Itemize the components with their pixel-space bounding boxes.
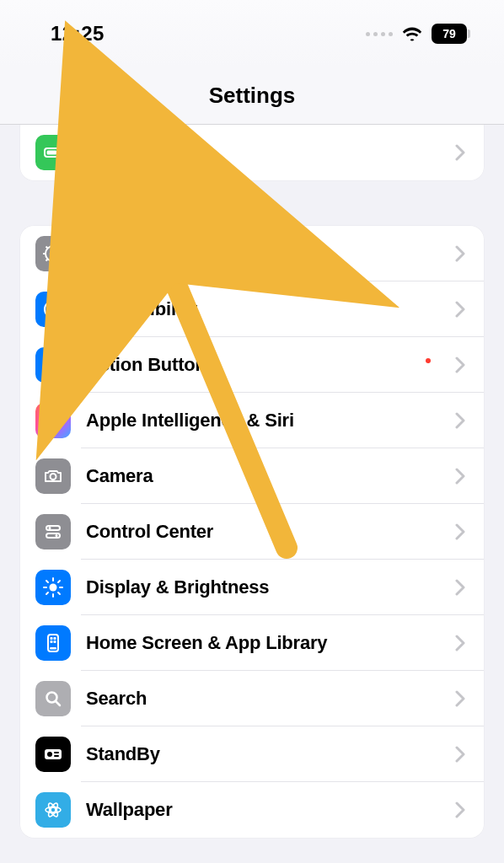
- control-center-icon: [35, 514, 71, 549]
- row-label: Home Screen & App Library: [86, 632, 455, 654]
- svg-rect-1: [47, 151, 57, 155]
- battery-percent: 79: [432, 24, 467, 44]
- svg-rect-41: [54, 752, 59, 753]
- svg-point-21: [56, 534, 58, 537]
- row-general[interactable]: General: [20, 226, 484, 281]
- notification-dot: [426, 358, 431, 363]
- battery-indicator: 79: [432, 24, 470, 44]
- row-home-screen[interactable]: Home Screen & App Library: [20, 615, 484, 671]
- settings-group-main: General Accessibility Action Button Appl…: [20, 226, 484, 838]
- svg-rect-34: [51, 641, 53, 643]
- svg-rect-18: [46, 526, 60, 530]
- cellular-dots-icon: [366, 32, 393, 36]
- row-apple-intelligence-siri[interactable]: Apple Intelligence & Siri: [20, 393, 484, 448]
- svg-line-38: [56, 701, 60, 705]
- row-label: StandBy: [86, 743, 455, 765]
- apple-intelligence-icon: [35, 403, 71, 438]
- svg-point-40: [47, 752, 52, 757]
- row-label: Camera: [86, 465, 455, 487]
- chevron-right-icon: [455, 801, 484, 818]
- svg-line-10: [58, 259, 61, 261]
- status-right: 79: [366, 24, 470, 44]
- accessibility-icon: [35, 292, 71, 327]
- search-icon: [35, 681, 71, 716]
- row-control-center[interactable]: Control Center: [20, 504, 484, 560]
- svg-point-17: [51, 474, 56, 480]
- row-standby[interactable]: StandBy: [20, 726, 484, 782]
- chevron-right-icon: [455, 690, 484, 707]
- chevron-right-icon: [455, 412, 484, 429]
- svg-line-11: [46, 259, 49, 261]
- row-accessibility[interactable]: Accessibility: [20, 281, 484, 337]
- chevron-right-icon: [455, 635, 484, 651]
- row-battery[interactable]: Battery: [20, 125, 484, 180]
- svg-line-27: [46, 581, 48, 582]
- row-label: Battery: [86, 142, 455, 163]
- svg-rect-2: [60, 151, 62, 154]
- svg-point-14: [51, 303, 55, 307]
- row-action-button[interactable]: Action Button: [20, 337, 484, 393]
- svg-rect-35: [54, 641, 56, 643]
- chevron-right-icon: [455, 746, 484, 763]
- svg-point-19: [49, 527, 51, 529]
- page-title: Settings: [209, 83, 296, 109]
- chevron-right-icon: [455, 468, 484, 485]
- row-display-brightness[interactable]: Display & Brightness: [20, 560, 484, 615]
- chevron-right-icon: [455, 245, 484, 262]
- row-label: Display & Brightness: [86, 576, 455, 598]
- svg-line-12: [58, 247, 61, 249]
- standby-icon: [35, 737, 71, 772]
- chevron-right-icon: [455, 523, 484, 540]
- battery-icon: [35, 135, 71, 170]
- settings-group-power: Battery: [20, 125, 484, 180]
- row-label: Action Button: [86, 354, 455, 376]
- svg-rect-15: [55, 358, 58, 372]
- svg-rect-32: [51, 637, 53, 640]
- svg-line-29: [46, 592, 48, 594]
- row-label: Apple Intelligence & Siri: [86, 410, 455, 432]
- svg-line-30: [58, 581, 60, 582]
- svg-rect-20: [46, 533, 60, 538]
- notification-dot: [340, 272, 345, 277]
- wifi-icon: [401, 25, 423, 42]
- title-bar: Settings: [0, 67, 504, 125]
- gear-icon: [35, 236, 71, 271]
- chevron-right-icon: [455, 356, 484, 373]
- svg-line-28: [58, 592, 60, 594]
- chevron-right-icon: [455, 301, 484, 318]
- status-time: 12:25: [51, 22, 105, 46]
- row-label: Accessibility: [86, 298, 455, 320]
- camera-icon: [35, 458, 71, 494]
- svg-point-4: [51, 251, 56, 256]
- row-wallpaper[interactable]: Wallpaper: [20, 782, 484, 838]
- row-search[interactable]: Search: [20, 671, 484, 726]
- svg-rect-33: [54, 637, 56, 640]
- row-label: Search: [86, 688, 455, 710]
- action-button-icon: [35, 347, 71, 383]
- wallpaper-icon: [35, 792, 71, 828]
- chevron-right-icon: [455, 579, 484, 596]
- brightness-icon: [35, 570, 71, 605]
- row-label: Wallpaper: [86, 799, 455, 821]
- status-bar: 12:25 79: [0, 0, 504, 67]
- row-camera[interactable]: Camera: [20, 448, 484, 504]
- svg-point-22: [50, 584, 57, 592]
- row-label: Control Center: [86, 521, 455, 543]
- settings-content: Battery General Accessibility Act: [0, 125, 504, 863]
- home-screen-icon: [35, 625, 71, 661]
- svg-rect-36: [50, 647, 56, 650]
- row-label: General: [86, 243, 455, 265]
- svg-line-9: [46, 247, 49, 249]
- chevron-right-icon: [455, 144, 484, 161]
- svg-rect-42: [54, 755, 59, 757]
